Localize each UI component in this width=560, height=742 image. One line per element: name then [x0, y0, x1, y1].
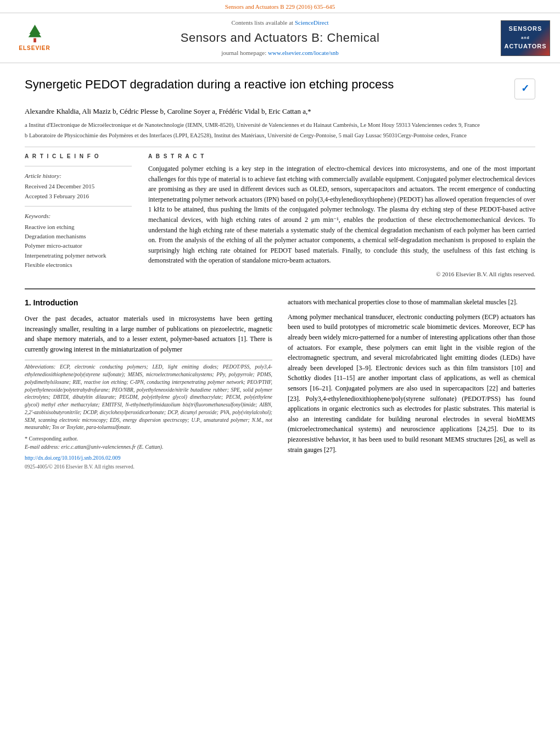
journal-title-block: Contents lists available at ScienceDirec… — [59, 19, 501, 57]
article-title: Synergetic PEDOT degradation during a re… — [25, 76, 509, 93]
keyword-2: Degradation mechanisms — [25, 232, 132, 241]
elsevier-logo: ELSEVIER — [10, 23, 59, 53]
homepage-link[interactable]: www.elsevier.com/locate/snb — [268, 49, 339, 56]
article-info-label: A R T I C L E I N F O — [25, 153, 132, 160]
body-separator — [25, 288, 535, 289]
affil-a: a Institut d'Electronique de Microélectr… — [25, 121, 535, 130]
sensors-logo-text: SENSORS and ACTUATORS — [504, 24, 546, 52]
affil-b: b Laboratoire de Physicochimie des Polym… — [25, 131, 535, 140]
sep-kw — [25, 206, 132, 207]
issn-line: 0925-4005/© 2016 Elsevier B.V. All right… — [25, 464, 272, 471]
body-right-col: actuators with mechanical properties clo… — [288, 297, 535, 471]
keyword-5: Flexible electronics — [25, 261, 132, 269]
journal-header: ELSEVIER Contents lists available at Sci… — [0, 13, 560, 63]
accepted-date: Accepted 3 February 2016 — [25, 192, 132, 200]
separator-1 — [25, 147, 535, 147]
elsevier-label: ELSEVIER — [19, 44, 50, 52]
contents-line: Contents lists available at ScienceDirec… — [59, 19, 501, 27]
keyword-4: Interpenetrating polymer network — [25, 252, 132, 260]
received-date: Received 24 December 2015 — [25, 182, 132, 191]
authors-line: Alexandre Khaldia, Ali Maziz b, Cédric P… — [25, 106, 535, 117]
affiliations: a Institut d'Electronique de Microélectr… — [25, 121, 535, 140]
history-label: Article history: — [25, 172, 132, 180]
footnote-corresponding: * Corresponding author. — [25, 435, 272, 443]
body-left-col: 1. Introduction Over the past decades, a… — [25, 297, 272, 471]
abstract-label: A B S T R A C T — [148, 153, 535, 160]
article-info-abstract: A R T I C L E I N F O Article history: R… — [25, 153, 535, 278]
intro-para-1: Over the past decades, actuator material… — [25, 314, 272, 354]
section1-heading: 1. Introduction — [25, 297, 272, 309]
abstract-text: Conjugated polymer etching is a key step… — [148, 164, 535, 266]
svg-rect-0 — [33, 38, 36, 43]
body-content: 1. Introduction Over the past decades, a… — [25, 297, 535, 471]
keyword-1: Reactive ion etching — [25, 223, 132, 231]
keywords-label: Keywords: — [25, 212, 132, 220]
copyright-line: © 2016 Elsevier B.V. All rights reserved… — [148, 270, 535, 278]
sciencedirect-link[interactable]: ScienceDirect — [295, 19, 329, 26]
journal-homepage: journal homepage: www.elsevier.com/locat… — [59, 49, 501, 57]
crossmark-icon: ✓ — [521, 82, 529, 96]
intro-para-2: actuators with mechanical properties clo… — [288, 297, 535, 308]
footnotes-abbrev: Abbreviations: ECP, electronic conductin… — [25, 364, 272, 432]
elsevier-tree-icon — [20, 24, 50, 43]
keyword-3: Polymer micro-actuator — [25, 242, 132, 250]
sensors-logo-box: SENSORS and ACTUATORS — [501, 20, 550, 56]
footnotes-area: Abbreviations: ECP, electronic conductin… — [25, 360, 272, 471]
doi-line[interactable]: http://dx.doi.org/10.1016/j.snb.2016.02.… — [25, 454, 272, 462]
abstract-col: A B S T R A C T Conjugated polymer etchi… — [148, 153, 535, 278]
main-content: Synergetic PEDOT degradation during a re… — [0, 76, 560, 471]
footnote-email: E-mail address: eric.c.attan@univ-valenc… — [25, 443, 272, 451]
crossmark-box: ✓ — [514, 79, 535, 99]
sep-info — [25, 166, 132, 166]
citation-bar: Sensors and Actuators B 229 (2016) 635–6… — [0, 0, 560, 13]
intro-para-3: Among polymer mechanical transducer, ele… — [288, 312, 535, 455]
journal-name: Sensors and Actuators B: Chemical — [59, 30, 501, 47]
article-info-col: A R T I C L E I N F O Article history: R… — [25, 153, 132, 278]
article-title-section: Synergetic PEDOT degradation during a re… — [25, 76, 535, 99]
